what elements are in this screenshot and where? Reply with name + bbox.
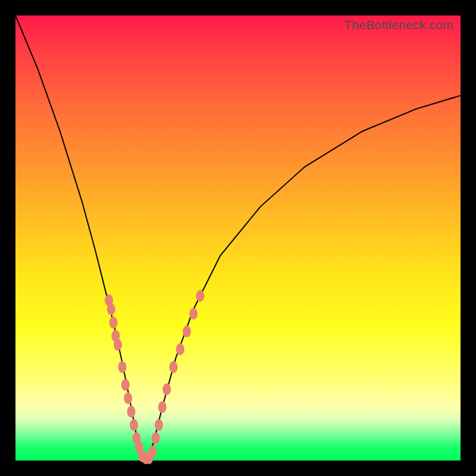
- svg-point-16: [152, 433, 160, 444]
- cluster-dots-right: [145, 290, 204, 464]
- bottleneck-curve-svg: [15, 15, 461, 461]
- cluster-dots-left: [105, 295, 150, 465]
- svg-point-9: [130, 419, 138, 431]
- svg-point-17: [155, 419, 163, 431]
- svg-point-1: [107, 303, 115, 315]
- svg-point-15: [148, 446, 156, 458]
- svg-point-6: [121, 379, 130, 391]
- svg-point-5: [118, 361, 127, 373]
- svg-point-2: [109, 317, 118, 328]
- svg-point-22: [183, 325, 191, 337]
- svg-point-23: [189, 308, 198, 320]
- svg-point-8: [127, 406, 136, 418]
- svg-point-20: [170, 361, 178, 373]
- svg-point-7: [124, 392, 132, 404]
- svg-point-18: [158, 401, 167, 413]
- svg-point-19: [162, 383, 171, 395]
- svg-point-24: [196, 290, 204, 302]
- svg-point-21: [176, 343, 184, 355]
- svg-point-4: [114, 339, 122, 351]
- bottleneck-line: [15, 15, 461, 461]
- chart-frame: TheBottleneck.com: [15, 15, 461, 461]
